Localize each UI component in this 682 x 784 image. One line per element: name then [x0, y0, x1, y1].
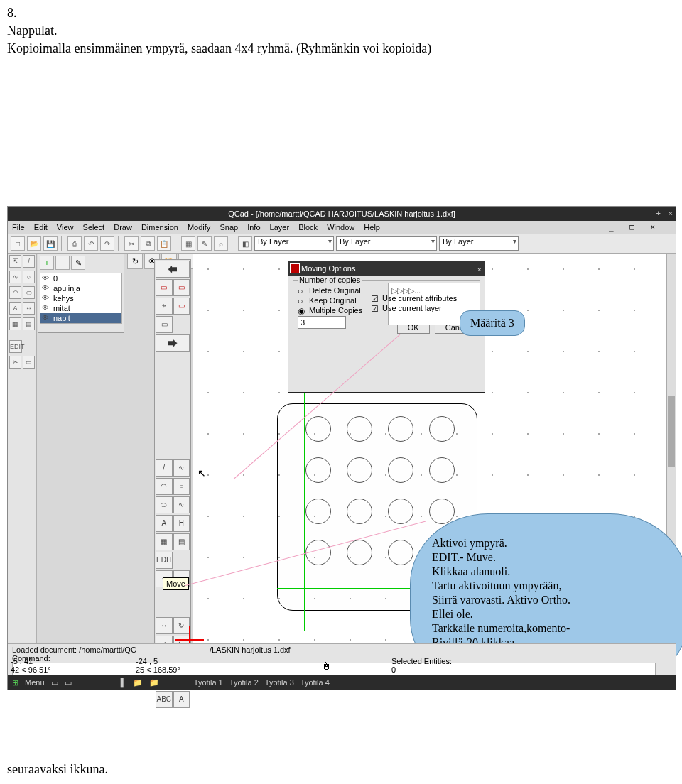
keypad-circle	[429, 457, 455, 483]
dim-h-icon[interactable]: H	[173, 515, 190, 532]
select-window-icon[interactable]: ▭	[173, 279, 190, 296]
tool-icon[interactable]: ▭	[23, 356, 35, 369]
cut-icon[interactable]: ✂	[124, 236, 139, 251]
layer-color-combo[interactable]: By Layer	[254, 236, 334, 251]
linetype-combo[interactable]: By Layer	[336, 236, 437, 251]
scrollbar-thumb[interactable]	[668, 396, 675, 467]
menu-edit[interactable]: Edit	[34, 223, 48, 232]
select-contour-icon[interactable]: ▭	[156, 316, 173, 333]
mdi-max-icon[interactable]: □	[629, 222, 637, 232]
menu-layer[interactable]: Layer	[270, 223, 290, 232]
maximize-icon[interactable]: +	[656, 209, 661, 218]
mdi-close-icon[interactable]: ×	[650, 222, 657, 232]
menu-block[interactable]: Block	[298, 223, 318, 232]
workspace-selector[interactable]: Työtila 3	[265, 675, 294, 690]
menu-button[interactable]: Menu	[25, 675, 45, 690]
layer-color-icon[interactable]: ◧	[238, 236, 252, 251]
text-a-icon[interactable]: A	[156, 515, 173, 532]
layer-item[interactable]: kehys	[40, 293, 121, 303]
edit-label-icon[interactable]: EDIT	[9, 340, 22, 353]
menu-dimension[interactable]: Dimension	[141, 223, 178, 232]
menu-draw[interactable]: Draw	[114, 223, 132, 232]
workspace-selector[interactable]: Työtila 2	[229, 675, 259, 690]
close-icon[interactable]: ×	[668, 209, 673, 218]
checkbox-use-attributes[interactable]: Use current attributes	[371, 294, 480, 303]
menu-info[interactable]: Info	[247, 223, 260, 232]
dialog-close-icon[interactable]: ×	[477, 263, 482, 277]
taskbar-folder-icon[interactable]: 📁	[149, 675, 159, 690]
layer-item[interactable]: 0	[40, 273, 121, 283]
keypad-circle	[388, 540, 413, 565]
save-icon[interactable]: 💾	[43, 236, 58, 251]
select-point-icon[interactable]: ⌖	[156, 298, 173, 315]
line-icon[interactable]: /	[156, 459, 173, 477]
move-icon[interactable]: ↔	[156, 617, 173, 634]
taskbar-app-icon[interactable]: ▌	[121, 675, 126, 690]
coords-abs: -5 , 41	[11, 657, 33, 665]
polyline-icon[interactable]: ∿	[173, 459, 190, 477]
taskbar-app-icon[interactable]: ▭	[51, 675, 58, 690]
image-icon[interactable]: ▤	[173, 533, 190, 550]
hatch-icon[interactable]: ▦	[156, 533, 173, 550]
copy-icon[interactable]: ⧉	[141, 236, 155, 251]
lineweight-combo[interactable]: By Layer	[439, 236, 519, 251]
menu-select[interactable]: Select	[83, 223, 105, 232]
remove-layer-icon[interactable]: −	[55, 256, 70, 270]
menu-window[interactable]: Window	[327, 223, 354, 232]
edit-layer-icon[interactable]: ✎	[71, 256, 85, 270]
circle-icon[interactable]: ○	[173, 478, 190, 495]
tool-icon[interactable]: ∿	[9, 271, 21, 283]
command-input[interactable]	[12, 663, 656, 675]
taskbar-app-icon[interactable]: ▭	[65, 675, 72, 690]
minimize-icon[interactable]: –	[644, 209, 649, 218]
tool-icon[interactable]: ⬭	[23, 286, 35, 299]
menu-modify[interactable]: Modify	[188, 223, 210, 232]
move-icon	[290, 263, 300, 273]
tool-icon[interactable]: ○	[23, 271, 35, 283]
open-icon[interactable]: 📂	[27, 236, 41, 251]
tool-icon[interactable]: ▦	[9, 317, 21, 330]
grid-icon[interactable]: ▦	[181, 236, 195, 251]
spline-icon[interactable]: ∿	[173, 496, 190, 513]
draft-icon[interactable]: ✎	[197, 236, 212, 251]
undo-icon[interactable]: ↶	[84, 236, 98, 251]
mdi-min-icon[interactable]: _	[609, 222, 616, 232]
layer-item[interactable]: mitat	[40, 303, 121, 313]
zoom-icon[interactable]: ⌕	[214, 236, 228, 251]
ellipse-icon[interactable]: ⬭	[156, 496, 173, 513]
arc-icon[interactable]: ◠	[156, 478, 173, 495]
redo-icon[interactable]: ↷	[100, 236, 114, 251]
new-icon[interactable]: □	[11, 236, 25, 251]
tool-icon[interactable]: ◠	[9, 286, 21, 299]
txt-icon[interactable]: A	[173, 691, 190, 708]
workspace-selector[interactable]: Työtila 4	[301, 675, 330, 690]
tool-icon[interactable]: ⇱	[9, 255, 21, 268]
start-menu-icon[interactable]: ⊞	[12, 675, 18, 690]
layer-list[interactable]: 0 apulinja kehys mitat napit	[40, 273, 122, 324]
layer-item-selected[interactable]: napit	[40, 313, 121, 323]
tool-icon[interactable]: ▤	[23, 317, 35, 330]
paste-icon[interactable]: 📋	[157, 236, 171, 251]
copies-input[interactable]: 3	[298, 316, 346, 329]
tool-icon[interactable]: ↔	[23, 302, 35, 315]
keypad-circle	[429, 416, 455, 442]
edit-icon[interactable]: EDIT	[156, 552, 173, 569]
abc-icon[interactable]: ABC	[156, 691, 173, 708]
menu-help[interactable]: Help	[364, 223, 380, 232]
print-icon[interactable]: ⎙	[67, 236, 82, 251]
refresh-icon[interactable]: ↻	[127, 254, 143, 269]
tool-icon[interactable]: ✂	[9, 356, 21, 369]
taskbar-folder-icon[interactable]: 📁	[133, 675, 143, 690]
workspace-selector[interactable]: Työtila 1	[194, 675, 223, 690]
select-icon[interactable]: ▭	[156, 279, 173, 296]
select-cross-icon[interactable]: ▭	[173, 298, 190, 315]
add-layer-icon[interactable]: +	[40, 256, 54, 270]
menu-view[interactable]: View	[57, 223, 74, 232]
layer-item[interactable]: apulinja	[40, 283, 121, 293]
tool-icon[interactable]: A	[9, 302, 21, 315]
menu-snap[interactable]: Snap	[220, 223, 238, 232]
tool-icon[interactable]: /	[23, 255, 35, 268]
menu-file[interactable]: File	[12, 223, 25, 232]
forward-arrow-icon[interactable]: 🡆	[156, 334, 190, 352]
back-arrow-icon[interactable]: 🡄	[156, 261, 190, 278]
